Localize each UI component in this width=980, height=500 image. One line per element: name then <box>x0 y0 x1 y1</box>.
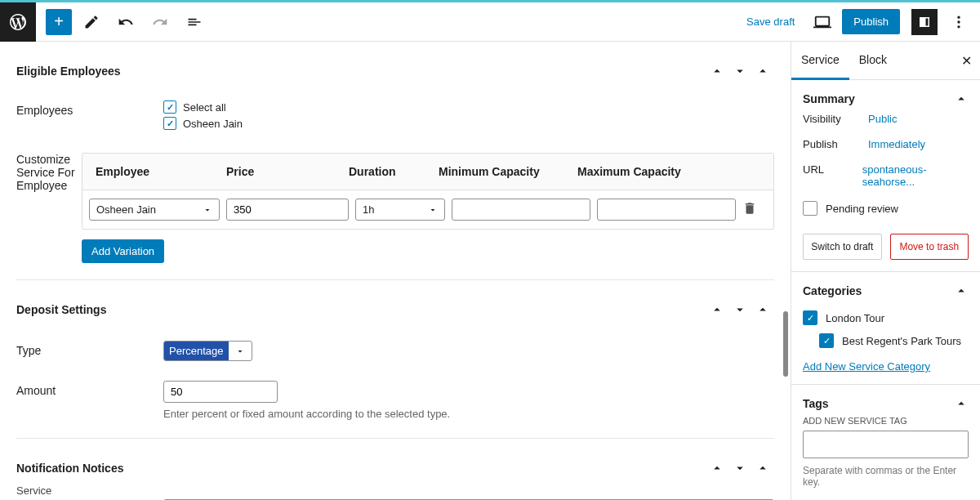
url-value[interactable]: spontaneous-seahorse... <box>862 163 969 188</box>
employee-checkbox[interactable] <box>163 117 176 130</box>
content-scrollbar[interactable] <box>781 42 791 500</box>
category-label: London Tour <box>826 312 884 324</box>
add-variation-button[interactable]: Add Variation <box>82 239 164 263</box>
employee-variation-table: Employee Price Duration Minimum Capacity… <box>82 153 774 230</box>
min-capacity-input[interactable] <box>452 199 590 221</box>
amount-input[interactable] <box>163 381 278 403</box>
save-draft-button[interactable]: Save draft <box>738 16 803 28</box>
expand-down-icon[interactable] <box>728 457 751 480</box>
wordpress-icon <box>8 12 28 32</box>
collapse-up-icon[interactable] <box>706 457 728 480</box>
pending-review-checkbox[interactable] <box>803 201 817 216</box>
employees-label: Employees <box>16 100 163 133</box>
col-employee: Employee <box>82 154 213 190</box>
add-category-link[interactable]: Add New Service Category <box>803 360 930 373</box>
price-input[interactable] <box>226 199 349 221</box>
col-max-capacity: Maximum Capacity <box>564 154 703 190</box>
amount-label: Amount <box>16 381 163 397</box>
svg-point-1 <box>957 20 960 23</box>
eligible-employees-header[interactable]: Eligible Employees <box>16 50 774 92</box>
add-block-button[interactable]: + <box>46 9 72 35</box>
summary-panel-header[interactable]: Summary <box>803 92 969 106</box>
publish-value[interactable]: Immediately <box>868 138 925 150</box>
collapse-up-icon[interactable] <box>706 60 728 83</box>
laptop-icon <box>813 13 831 31</box>
category-label: Best Regent's Park Tours <box>842 335 961 347</box>
delete-row-button[interactable] <box>742 201 757 218</box>
col-price: Price <box>213 154 336 190</box>
options-button[interactable] <box>946 9 972 35</box>
duration-select[interactable]: 1h <box>355 199 445 221</box>
tab-block[interactable]: Block <box>849 42 897 79</box>
chevron-down-icon <box>428 205 438 215</box>
amount-hint: Enter percent or fixed amount according … <box>163 408 450 420</box>
max-capacity-input[interactable] <box>597 199 736 221</box>
collapse-up-icon[interactable] <box>706 298 728 321</box>
publish-label: Publish <box>803 138 868 150</box>
customize-label: Customize Service For Employee <box>16 150 82 263</box>
tag-hint: Separate with commas or the Enter key. <box>803 465 969 488</box>
tags-panel-header[interactable]: Tags <box>803 396 969 411</box>
bottom-meta-tab[interactable]: Service <box>16 481 51 500</box>
chevron-down-icon <box>203 205 212 215</box>
chevron-up-icon <box>954 92 969 106</box>
deposit-settings-header[interactable]: Deposit Settings <box>16 288 774 331</box>
svg-point-2 <box>957 25 960 28</box>
col-duration: Duration <box>336 154 425 190</box>
section-title: Eligible Employees <box>16 65 706 78</box>
employee-select[interactable]: Osheen Jain <box>89 199 220 221</box>
expand-down-icon[interactable] <box>728 298 751 321</box>
type-label: Type <box>16 341 163 357</box>
table-row: Osheen Jain 1h <box>82 190 773 229</box>
redo-icon <box>152 14 168 30</box>
expand-down-icon[interactable] <box>728 60 751 83</box>
undo-button[interactable] <box>111 7 140 37</box>
categories-panel-header[interactable]: Categories <box>803 283 969 298</box>
category-checkbox[interactable]: ✓ <box>819 333 834 348</box>
switch-to-draft-button[interactable]: Switch to draft <box>803 234 882 260</box>
category-checkbox[interactable]: ✓ <box>803 310 817 325</box>
redo-button[interactable] <box>145 7 175 37</box>
visibility-value[interactable]: Public <box>868 113 897 125</box>
url-label: URL <box>803 163 862 188</box>
tab-service[interactable]: Service <box>791 42 849 80</box>
edit-mode-button[interactable] <box>77 7 106 37</box>
col-min-capacity: Minimum Capacity <box>425 154 564 190</box>
move-to-trash-button[interactable]: Move to trash <box>890 234 969 260</box>
preview-button[interactable] <box>808 7 837 37</box>
settings-sidebar: Service Block ✕ Summary VisibilityPublic… <box>791 42 980 500</box>
chevron-down-icon <box>229 342 252 360</box>
add-tag-label: ADD NEW SERVICE TAG <box>803 416 969 426</box>
dots-vertical-icon <box>951 14 967 30</box>
publish-button[interactable]: Publish <box>842 9 900 34</box>
pending-review-label: Pending review <box>826 203 898 215</box>
wordpress-logo[interactable] <box>0 2 36 42</box>
select-all-checkbox[interactable] <box>163 100 176 114</box>
list-view-button[interactable] <box>180 7 209 37</box>
chevron-up-icon <box>954 396 969 411</box>
settings-panel-toggle[interactable] <box>911 9 938 35</box>
close-sidebar-button[interactable]: ✕ <box>961 53 972 69</box>
section-title: Deposit Settings <box>16 303 706 316</box>
select-all-label: Select all <box>183 101 226 114</box>
trash-icon <box>742 201 757 216</box>
tag-input[interactable] <box>803 431 969 458</box>
pencil-icon <box>83 14 100 30</box>
sidebar-icon <box>917 15 932 29</box>
undo-icon <box>118 14 134 30</box>
employee-name-label: Osheen Jain <box>183 118 243 130</box>
svg-point-0 <box>957 16 960 18</box>
visibility-label: Visibility <box>803 113 868 125</box>
chevron-up-icon <box>954 283 969 298</box>
sort-handle-icon[interactable] <box>751 298 774 321</box>
sort-handle-icon[interactable] <box>751 60 774 83</box>
editor-content: Eligible Employees Employees Select all … <box>0 42 791 500</box>
section-title: Notification Notices <box>16 462 706 475</box>
deposit-type-select[interactable]: Percentage <box>163 341 252 361</box>
outline-icon <box>186 14 203 30</box>
sort-handle-icon[interactable] <box>751 457 774 480</box>
notification-notices-header[interactable]: Notification Notices <box>16 447 774 489</box>
editor-toolbar: + Save draft Publish <box>0 2 980 42</box>
